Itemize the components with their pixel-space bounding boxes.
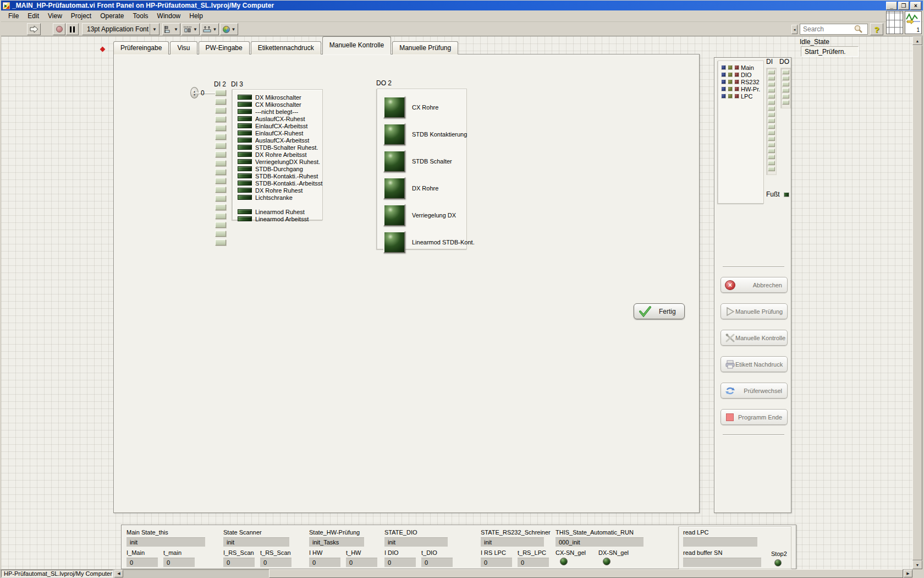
abort-button[interactable] bbox=[53, 23, 65, 35]
side-button-label: Manuelle Kontrolle bbox=[735, 335, 785, 341]
stop-icon bbox=[725, 412, 735, 422]
cluster-field-value: 0 bbox=[384, 558, 416, 567]
menu-item-tools[interactable]: Tools bbox=[129, 11, 152, 21]
horizontal-scrollbar: HP-Prüfautomat_SL.lvproj/My Computer ◀ ▶ bbox=[0, 569, 924, 578]
di2-led bbox=[215, 178, 226, 184]
read-buffer-label: read buffer SN bbox=[683, 549, 722, 556]
side-button-pr-ferwechsel[interactable]: Prüferwechsel bbox=[721, 383, 788, 399]
di3-item: STDB-Schalter Ruhest. bbox=[238, 144, 322, 151]
cluster-field-label: t_HW bbox=[346, 549, 361, 556]
idle-state-label: Idle_State bbox=[800, 38, 829, 46]
di-led bbox=[768, 137, 775, 141]
do2-button-label: Verriegelung DX bbox=[412, 212, 456, 219]
scroll-left-icon[interactable]: ◀ bbox=[114, 570, 123, 577]
do2-button[interactable]: Linearmod STDB-Kont. bbox=[383, 230, 466, 254]
di3-item: STDB-Durchgang bbox=[238, 165, 322, 172]
run-button[interactable] bbox=[27, 23, 41, 35]
align-objects-dropdown[interactable]: ▼ bbox=[162, 23, 180, 35]
restore-button[interactable]: ❐ bbox=[898, 2, 909, 10]
distribute-objects-dropdown[interactable]: ▼ bbox=[182, 23, 200, 35]
fertig-button-label: Fertig bbox=[659, 308, 676, 315]
square-led-icon bbox=[383, 231, 405, 253]
di-led-column bbox=[766, 68, 777, 175]
menu-item-project[interactable]: Project bbox=[67, 11, 95, 21]
cluster-field-label: t_RS_Scan bbox=[260, 549, 291, 556]
do2-button[interactable]: STDB Schalter bbox=[383, 149, 466, 173]
tab-manuelle-kontrolle[interactable]: Manuelle Kontrolle bbox=[322, 36, 391, 54]
tab-pr-fereingabe[interactable]: Prüfereingabe bbox=[113, 41, 169, 54]
di3-item-label: Lichtschranke bbox=[255, 194, 293, 201]
side-button-programm-ende[interactable]: Programm Ende bbox=[721, 409, 788, 425]
di2-led bbox=[215, 151, 226, 157]
font-selector[interactable]: 13pt Application Font ▼ bbox=[82, 23, 160, 35]
cx-sn-led-label: CX-SN_gel bbox=[556, 549, 586, 556]
di2-led-column bbox=[215, 90, 226, 248]
side-button-etikett-nachdruck[interactable]: Etikett Nachdruck bbox=[721, 356, 788, 372]
fertig-button[interactable]: Fertig bbox=[634, 303, 685, 319]
scroll-down-icon[interactable]: ▼ bbox=[912, 560, 922, 569]
scroll-up-icon[interactable]: ▲ bbox=[912, 36, 922, 45]
font-selector-value: 13pt Application Font bbox=[87, 25, 148, 33]
cluster-field-value: 0 bbox=[223, 558, 255, 567]
square-led-icon bbox=[383, 150, 405, 172]
tab-pw-eingabe[interactable]: PW-Eingabe bbox=[199, 41, 250, 54]
horizontal-scroll-thumb[interactable] bbox=[269, 569, 903, 578]
close-button[interactable]: × bbox=[910, 2, 921, 10]
led-indicator bbox=[238, 188, 252, 193]
side-button-abbrechen[interactable]: ×Abbrechen bbox=[721, 277, 788, 293]
cluster-title: STATE_DIO bbox=[384, 529, 417, 536]
do2-button[interactable]: DX Rohre bbox=[383, 176, 466, 200]
do2-button-label: STDB Kontaktierung bbox=[412, 131, 467, 138]
pause-button[interactable] bbox=[66, 23, 79, 35]
menu-item-help[interactable]: Help bbox=[185, 11, 207, 21]
reorder-dropdown[interactable]: ▼ bbox=[220, 23, 238, 35]
led-indicator bbox=[238, 195, 252, 200]
vi-icon-number: 1 bbox=[916, 27, 920, 33]
square-led-icon bbox=[383, 123, 405, 145]
di-led bbox=[768, 82, 775, 86]
menu-item-file[interactable]: File bbox=[4, 11, 23, 21]
di-led bbox=[768, 167, 775, 171]
side-button-manuelle-pr-fung[interactable]: Manuelle Prüfung bbox=[721, 303, 788, 319]
process-list-box: MainDIORS232HW-Pr.LPC bbox=[718, 61, 764, 204]
di2-led bbox=[215, 160, 226, 166]
window-titlebar: _MAIN_HP-Prüfautomat.vi Front Panel on H… bbox=[1, 1, 923, 10]
do2-button[interactable]: Verriegelung DX bbox=[383, 203, 466, 227]
di3-item-label: STDB-Kontakti.-Ruhest bbox=[255, 173, 318, 179]
search-input[interactable] bbox=[800, 25, 853, 33]
di3-item: ---nicht belegt--- bbox=[238, 108, 322, 115]
do-led bbox=[782, 100, 789, 105]
led-indicator bbox=[238, 216, 252, 221]
search-collapse-button[interactable]: ◂ bbox=[791, 25, 798, 34]
grid-align-button[interactable] bbox=[886, 11, 903, 34]
tools-icon bbox=[725, 333, 735, 343]
minimize-button[interactable]: _ bbox=[886, 2, 897, 10]
di-led bbox=[768, 143, 775, 147]
led-indicator bbox=[238, 145, 252, 150]
di3-item-label: AuslaufCX-Arbeitsst bbox=[255, 137, 309, 144]
menu-item-window[interactable]: Window bbox=[153, 11, 185, 21]
square-led-icon bbox=[383, 96, 405, 118]
tab-manuelle-pr-fung[interactable]: Manuelle Prüfung bbox=[392, 41, 458, 54]
led-indicator bbox=[238, 109, 252, 114]
do2-button[interactable]: STDB Kontaktierung bbox=[383, 122, 466, 146]
automatic-cluster-title: THIS_State_Automatic_RUN bbox=[556, 529, 634, 536]
distribute-objects-icon bbox=[184, 26, 191, 33]
do2-button[interactable]: CX Rohre bbox=[383, 95, 466, 119]
di3-item: Lichtschranke bbox=[238, 194, 322, 201]
help-button[interactable]: ? bbox=[870, 23, 883, 35]
side-button-label: Manuelle Prüfung bbox=[735, 308, 783, 315]
vertical-scroll-thumb[interactable] bbox=[912, 45, 922, 560]
menu-item-operate[interactable]: Operate bbox=[96, 11, 128, 21]
menu-item-edit[interactable]: Edit bbox=[24, 11, 43, 21]
scroll-right-icon[interactable]: ▶ bbox=[904, 570, 912, 577]
resize-objects-dropdown[interactable]: ▼ bbox=[201, 23, 219, 35]
cluster-title: State Scanner bbox=[223, 529, 262, 536]
tab-visu[interactable]: Visu bbox=[170, 41, 197, 54]
process-list-item: DIO bbox=[721, 71, 763, 78]
menu-item-view[interactable]: View bbox=[44, 11, 66, 21]
side-button-manuelle-kontrolle[interactable]: Manuelle Kontrolle bbox=[721, 330, 788, 346]
menu-bar: FileEditViewProjectOperateToolsWindowHel… bbox=[1, 10, 923, 22]
execution-target-status[interactable]: HP-Prüfautomat_SL.lvproj/My Computer bbox=[1, 570, 113, 577]
tab-etikettennachdruck[interactable]: Etikettennachdruck bbox=[251, 41, 321, 54]
